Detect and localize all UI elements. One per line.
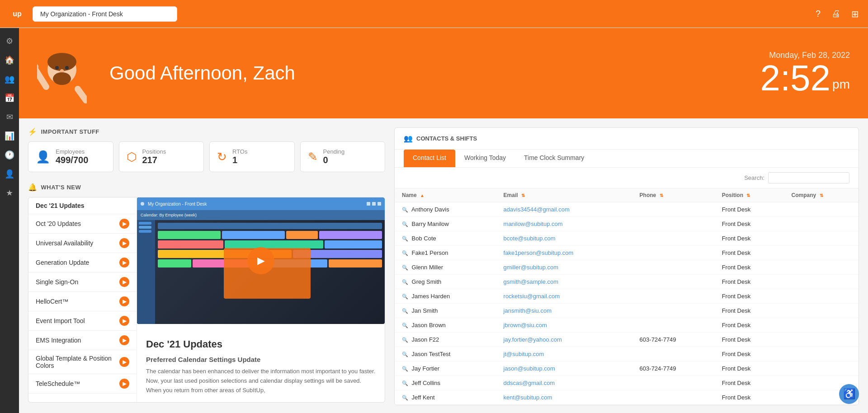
tab-contact-list[interactable]: Contact List (404, 150, 455, 167)
news-item-teleschedule[interactable]: TeleSchedule™ ▶ (28, 374, 137, 394)
cell-name: 🔍 Glenn Miller (395, 260, 496, 275)
sidebar-item-mail[interactable]: ✉ (0, 108, 19, 127)
cell-name: 🔍 Barry Manilow (395, 217, 496, 231)
email-link[interactable]: rocketsiu@gmail.com (504, 293, 560, 300)
sidebar-item-star[interactable]: ★ (0, 183, 19, 202)
apps-icon[interactable]: ⊞ (851, 9, 859, 19)
table-row[interactable]: 🔍 Glenn Miller gmiller@subitup.com Front… (395, 260, 859, 275)
table-row[interactable]: 🔍 Barry Manilow manilow@subitup.com Fron… (395, 217, 859, 231)
news-item-generation[interactable]: Generation Update ▶ (28, 253, 137, 272)
sidebar-item-calendar[interactable]: 📅 (0, 89, 19, 108)
print-icon[interactable]: 🖨 (831, 9, 840, 19)
table-row[interactable]: 🔍 Jeff Collins ddscas@gmail.com Front De… (395, 376, 859, 390)
org-selector[interactable]: My Organization - Front Desk ▾ (33, 6, 177, 22)
table-row[interactable]: 🔍 Anthony Davis adavis34544@gmail.com Fr… (395, 202, 859, 217)
stat-rtos[interactable]: ↻ RTOs 1 (209, 141, 295, 172)
email-link[interactable]: ddscas@gmail.com (504, 380, 555, 386)
top-bar-actions: ? 🖨 ⊞ (816, 9, 859, 19)
col-name[interactable]: Name ▲ (395, 188, 496, 202)
news-item-dec21[interactable]: Dec '21 Updates (28, 197, 137, 214)
table-row[interactable]: 🔍 James Harden rocketsiu@gmail.com Front… (395, 289, 859, 304)
svg-point-3 (55, 66, 59, 70)
sidebar-item-team[interactable]: 👥 (0, 70, 19, 89)
email-link[interactable]: jay.fortier@yahoo.com (504, 336, 562, 343)
news-item-label: Dec '21 Updates (36, 202, 129, 209)
news-item-global-template[interactable]: Global Template & Position Colors ▶ (28, 350, 137, 374)
cell-company (784, 304, 859, 318)
table-row[interactable]: 🔍 Jason TestTest jt@subitup.com Front De… (395, 347, 859, 361)
cell-phone (632, 304, 715, 318)
news-item-oct20[interactable]: Oct '20 Updates ▶ (28, 214, 137, 234)
table-row[interactable]: 🔍 Jeff Kent kent@subitup.com Front Desk (395, 390, 859, 405)
tab-working-today[interactable]: Working Today (455, 150, 515, 167)
email-link[interactable]: jt@subitup.com (504, 351, 544, 357)
sidebar-item-clock[interactable]: 🕐 (0, 145, 19, 164)
calendar-header (158, 223, 382, 229)
cell-position: Front Desk (715, 217, 784, 231)
email-link[interactable]: jbrown@siu.com (504, 322, 547, 329)
table-row[interactable]: 🔍 Jan Smith jansmith@siu.com Front Desk (395, 304, 859, 318)
video-play-button[interactable]: ▶ (247, 247, 274, 274)
content-row: ⚡ IMPORTANT STUFF 👤 Employees 499/700 ⬡ … (19, 118, 868, 413)
col-email[interactable]: Email ⇅ (496, 188, 632, 202)
email-link[interactable]: adavis34544@gmail.com (504, 206, 570, 213)
table-row[interactable]: 🔍 Jay Fortier jason@subitup.com 603-724-… (395, 361, 859, 376)
positions-value: 217 (142, 155, 166, 165)
cell-position: Front Desk (715, 231, 784, 246)
email-link[interactable]: gsmith@sample.com (504, 278, 559, 285)
table-row[interactable]: 🔍 Jason Brown jbrown@siu.com Front Desk (395, 318, 859, 333)
sidebar-item-person[interactable]: 👤 (0, 164, 19, 183)
stat-pending[interactable]: ✎ Pending 0 (300, 141, 386, 172)
svg-rect-7 (46, 86, 78, 108)
svg-line-8 (37, 69, 46, 87)
contacts-section: 👥 CONTACTS & SHIFTS Contact List Working… (394, 127, 859, 405)
search-input[interactable] (768, 172, 849, 183)
sort-icon: ⇅ (660, 193, 663, 198)
sidebar-item-chart[interactable]: 📊 (0, 127, 19, 145)
news-content-area: My Organization - Front Desk Calendar: B… (137, 197, 385, 402)
sidebar-item-mini (139, 222, 151, 225)
email-link[interactable]: bcote@subitup.com (504, 235, 556, 242)
email-link[interactable]: manilow@subitup.com (504, 221, 563, 227)
important-stuff-header: ⚡ IMPORTANT STUFF (28, 127, 385, 136)
important-stuff-title: IMPORTANT STUFF (41, 128, 99, 135)
video-thumbnail[interactable]: My Organization - Front Desk Calendar: B… (137, 197, 385, 324)
cell-company (784, 289, 859, 304)
col-company[interactable]: Company ⇅ (784, 188, 859, 202)
col-phone[interactable]: Phone ⇅ (632, 188, 715, 202)
news-item-event-import[interactable]: Event Import Tool ▶ (28, 311, 137, 331)
news-item-universal[interactable]: Universal Availability ▶ (28, 234, 137, 253)
arrow-icon: ▶ (119, 357, 129, 367)
news-item-ems[interactable]: EMS Integration ▶ (28, 331, 137, 350)
stat-positions[interactable]: ⬡ Positions 217 (119, 141, 204, 172)
table-row[interactable]: 🔍 Greg Smith gsmith@sample.com Front Des… (395, 275, 859, 289)
arrow-icon: ▶ (119, 335, 129, 345)
cal-cell (222, 231, 285, 239)
email-link[interactable]: gmiller@subitup.com (504, 264, 559, 271)
logo[interactable]: up (9, 6, 25, 22)
right-column: 👥 CONTACTS & SHIFTS Contact List Working… (394, 127, 859, 405)
table-row[interactable]: 🔍 Bob Cote bcote@subitup.com Front Desk (395, 231, 859, 246)
stats-row: 👤 Employees 499/700 ⬡ Positions 217 ↻ (28, 141, 385, 172)
col-position[interactable]: Position ⇅ (715, 188, 784, 202)
cell-email: manilow@subitup.com (496, 217, 632, 231)
email-link[interactable]: jason@subitup.com (504, 365, 555, 372)
email-link[interactable]: kent@subitup.com (504, 394, 552, 401)
cell-email: gsmith@sample.com (496, 275, 632, 289)
sidebar-item-home[interactable]: 🏠 (0, 51, 19, 70)
stat-employees[interactable]: 👤 Employees 499/700 (28, 141, 113, 172)
accessibility-button[interactable]: ♿ (839, 384, 859, 404)
sidebar-item-settings[interactable]: ⚙ (0, 32, 19, 51)
table-row[interactable]: 🔍 Jason F22 jay.fortier@yahoo.com 603-72… (395, 333, 859, 347)
help-icon[interactable]: ? (816, 9, 821, 19)
cal-cell (319, 231, 382, 239)
tab-time-clock[interactable]: Time Clock Summary (515, 150, 593, 167)
news-item-hellocert[interactable]: HelloCert™ ▶ (28, 292, 137, 311)
cell-phone: 603-724-7749 (632, 333, 715, 347)
news-item-sso[interactable]: Single Sign-On ▶ (28, 272, 137, 292)
email-link[interactable]: fake1person@subitup.com (504, 249, 574, 256)
whats-new-title: WHAT'S NEW (41, 184, 81, 191)
table-row[interactable]: 🔍 Fake1 Person fake1person@subitup.com F… (395, 246, 859, 260)
email-link[interactable]: jansmith@siu.com (504, 307, 552, 314)
cal-cell (158, 240, 223, 249)
